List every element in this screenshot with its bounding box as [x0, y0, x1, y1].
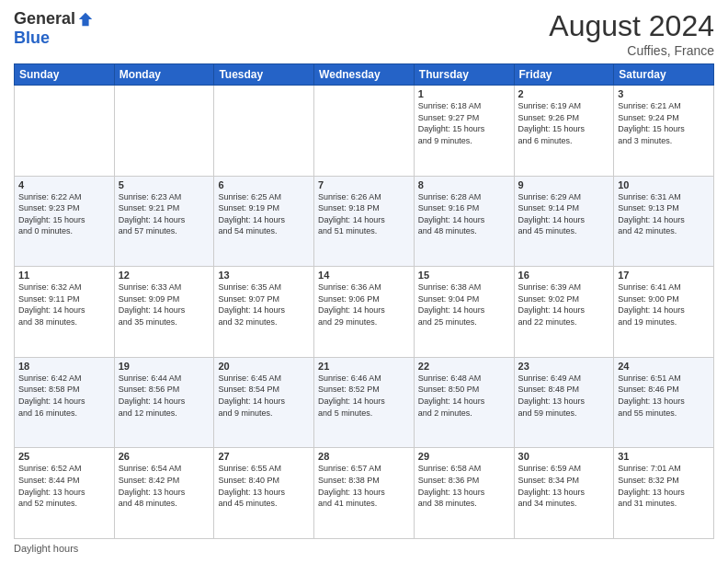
day-number: 2: [518, 88, 610, 99]
calendar-cell: 28Sunrise: 6:57 AM Sunset: 8:38 PM Dayli…: [314, 448, 415, 539]
day-number: 5: [119, 179, 210, 190]
logo: General Blue: [14, 9, 94, 48]
day-number: 21: [318, 361, 410, 372]
day-number: 14: [318, 270, 410, 281]
calendar-cell: 1Sunrise: 6:18 AM Sunset: 9:27 PM Daylig…: [414, 86, 514, 177]
day-info: Sunrise: 6:59 AM Sunset: 8:34 PM Dayligh…: [518, 463, 610, 509]
calendar-cell: 27Sunrise: 6:55 AM Sunset: 8:40 PM Dayli…: [214, 448, 314, 539]
calendar-cell: 15Sunrise: 6:38 AM Sunset: 9:04 PM Dayli…: [414, 267, 514, 358]
day-info: Sunrise: 6:35 AM Sunset: 9:07 PM Dayligh…: [218, 282, 310, 327]
day-info: Sunrise: 6:39 AM Sunset: 9:02 PM Dayligh…: [518, 282, 610, 327]
day-info: Sunrise: 6:45 AM Sunset: 8:54 PM Dayligh…: [218, 373, 310, 419]
header: General Blue August 2024 Cuffies, France: [14, 9, 714, 58]
calendar-cell: 29Sunrise: 6:58 AM Sunset: 8:36 PM Dayli…: [414, 448, 514, 539]
day-info: Sunrise: 6:22 AM Sunset: 9:23 PM Dayligh…: [18, 191, 110, 237]
day-info: Sunrise: 6:44 AM Sunset: 8:56 PM Dayligh…: [119, 373, 210, 419]
calendar-header-row: Sunday Monday Tuesday Wednesday Thursday…: [15, 64, 714, 86]
calendar-cell: [314, 86, 415, 177]
calendar-table: Sunday Monday Tuesday Wednesday Thursday…: [14, 63, 714, 539]
col-friday: Friday: [514, 64, 614, 86]
calendar-cell: 6Sunrise: 6:25 AM Sunset: 9:19 PM Daylig…: [214, 176, 314, 267]
day-number: 27: [218, 451, 310, 462]
day-number: 24: [618, 361, 710, 372]
calendar-week-2: 4Sunrise: 6:22 AM Sunset: 9:23 PM Daylig…: [15, 176, 714, 267]
calendar-week-1: 1Sunrise: 6:18 AM Sunset: 9:27 PM Daylig…: [15, 86, 714, 177]
day-number: 20: [218, 361, 310, 372]
day-info: Sunrise: 6:52 AM Sunset: 8:44 PM Dayligh…: [18, 463, 110, 509]
day-info: Sunrise: 6:18 AM Sunset: 9:27 PM Dayligh…: [418, 100, 510, 146]
day-info: Sunrise: 6:38 AM Sunset: 9:04 PM Dayligh…: [418, 282, 510, 327]
calendar-cell: 19Sunrise: 6:44 AM Sunset: 8:56 PM Dayli…: [114, 357, 214, 448]
day-info: Sunrise: 6:29 AM Sunset: 9:14 PM Dayligh…: [518, 191, 610, 237]
day-number: 3: [618, 88, 710, 99]
day-info: Sunrise: 6:23 AM Sunset: 9:21 PM Dayligh…: [119, 191, 210, 237]
calendar-week-3: 11Sunrise: 6:32 AM Sunset: 9:11 PM Dayli…: [15, 267, 714, 358]
col-sunday: Sunday: [15, 64, 115, 86]
calendar-cell: 11Sunrise: 6:32 AM Sunset: 9:11 PM Dayli…: [15, 267, 115, 358]
calendar-cell: 17Sunrise: 6:41 AM Sunset: 9:00 PM Dayli…: [614, 267, 714, 358]
calendar-cell: 16Sunrise: 6:39 AM Sunset: 9:02 PM Dayli…: [514, 267, 614, 358]
col-thursday: Thursday: [414, 64, 514, 86]
day-number: 26: [119, 451, 210, 462]
day-info: Sunrise: 6:31 AM Sunset: 9:13 PM Dayligh…: [618, 191, 710, 237]
day-info: Sunrise: 6:55 AM Sunset: 8:40 PM Dayligh…: [218, 463, 310, 509]
calendar-cell: 22Sunrise: 6:48 AM Sunset: 8:50 PM Dayli…: [414, 357, 514, 448]
calendar-cell: 13Sunrise: 6:35 AM Sunset: 9:07 PM Dayli…: [214, 267, 314, 358]
day-info: Sunrise: 6:54 AM Sunset: 8:42 PM Dayligh…: [119, 463, 210, 509]
day-info: Sunrise: 6:32 AM Sunset: 9:11 PM Dayligh…: [18, 282, 110, 327]
calendar-cell: 12Sunrise: 6:33 AM Sunset: 9:09 PM Dayli…: [114, 267, 214, 358]
day-number: 19: [119, 361, 210, 372]
day-info: Sunrise: 7:01 AM Sunset: 8:32 PM Dayligh…: [618, 463, 710, 509]
calendar-cell: 30Sunrise: 6:59 AM Sunset: 8:34 PM Dayli…: [514, 448, 614, 539]
day-number: 30: [518, 451, 610, 462]
col-monday: Monday: [114, 64, 214, 86]
calendar-cell: 2Sunrise: 6:19 AM Sunset: 9:26 PM Daylig…: [514, 86, 614, 177]
day-number: 29: [418, 451, 510, 462]
day-info: Sunrise: 6:42 AM Sunset: 8:58 PM Dayligh…: [18, 373, 110, 419]
page: General Blue August 2024 Cuffies, France…: [0, 0, 728, 563]
day-info: Sunrise: 6:58 AM Sunset: 8:36 PM Dayligh…: [418, 463, 510, 509]
day-number: 8: [418, 179, 510, 190]
logo-blue-text: Blue: [14, 29, 50, 47]
daylight-label: Daylight hours: [14, 543, 78, 554]
calendar-cell: 23Sunrise: 6:49 AM Sunset: 8:48 PM Dayli…: [514, 357, 614, 448]
calendar-cell: 21Sunrise: 6:46 AM Sunset: 8:52 PM Dayli…: [314, 357, 415, 448]
calendar-cell: [114, 86, 214, 177]
day-number: 31: [618, 451, 710, 462]
day-number: 28: [318, 451, 410, 462]
day-number: 1: [418, 88, 510, 99]
calendar-cell: 9Sunrise: 6:29 AM Sunset: 9:14 PM Daylig…: [514, 176, 614, 267]
day-number: 4: [18, 179, 110, 190]
svg-marker-0: [79, 12, 92, 25]
day-number: 11: [18, 270, 110, 281]
day-info: Sunrise: 6:33 AM Sunset: 9:09 PM Dayligh…: [119, 282, 210, 327]
day-number: 25: [18, 451, 110, 462]
col-wednesday: Wednesday: [314, 64, 415, 86]
day-number: 7: [318, 179, 410, 190]
calendar-cell: 31Sunrise: 7:01 AM Sunset: 8:32 PM Dayli…: [614, 448, 714, 539]
day-info: Sunrise: 6:19 AM Sunset: 9:26 PM Dayligh…: [518, 100, 610, 146]
calendar-cell: 26Sunrise: 6:54 AM Sunset: 8:42 PM Dayli…: [114, 448, 214, 539]
calendar-cell: [214, 86, 314, 177]
footer: Daylight hours: [14, 543, 714, 554]
day-number: 12: [119, 270, 210, 281]
day-number: 10: [618, 179, 710, 190]
calendar-cell: 3Sunrise: 6:21 AM Sunset: 9:24 PM Daylig…: [614, 86, 714, 177]
calendar-cell: 18Sunrise: 6:42 AM Sunset: 8:58 PM Dayli…: [15, 357, 115, 448]
day-info: Sunrise: 6:49 AM Sunset: 8:48 PM Dayligh…: [518, 373, 610, 419]
day-info: Sunrise: 6:28 AM Sunset: 9:16 PM Dayligh…: [418, 191, 510, 237]
subtitle: Cuffies, France: [549, 43, 714, 58]
calendar-cell: 20Sunrise: 6:45 AM Sunset: 8:54 PM Dayli…: [214, 357, 314, 448]
day-info: Sunrise: 6:21 AM Sunset: 9:24 PM Dayligh…: [618, 100, 710, 146]
day-number: 6: [218, 179, 310, 190]
calendar-cell: 4Sunrise: 6:22 AM Sunset: 9:23 PM Daylig…: [15, 176, 115, 267]
day-info: Sunrise: 6:25 AM Sunset: 9:19 PM Dayligh…: [218, 191, 310, 237]
day-number: 17: [618, 270, 710, 281]
day-number: 18: [18, 361, 110, 372]
calendar-cell: 10Sunrise: 6:31 AM Sunset: 9:13 PM Dayli…: [614, 176, 714, 267]
calendar-cell: [15, 86, 115, 177]
calendar-cell: 7Sunrise: 6:26 AM Sunset: 9:18 PM Daylig…: [314, 176, 415, 267]
calendar-cell: 25Sunrise: 6:52 AM Sunset: 8:44 PM Dayli…: [15, 448, 115, 539]
day-number: 23: [518, 361, 610, 372]
day-info: Sunrise: 6:41 AM Sunset: 9:00 PM Dayligh…: [618, 282, 710, 327]
